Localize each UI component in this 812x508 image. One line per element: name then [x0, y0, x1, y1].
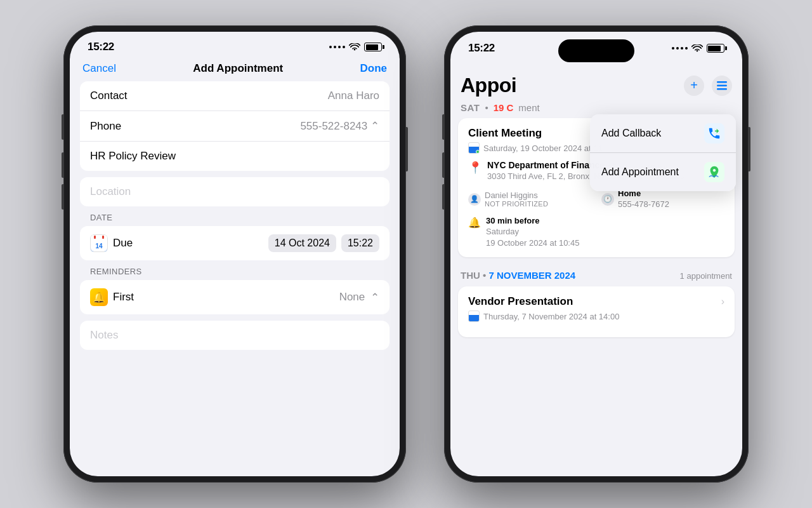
calendar-icon: 14	[90, 234, 108, 252]
date-pill[interactable]: 14 Oct 2024	[268, 234, 336, 252]
card1-title: Client Meeting	[468, 127, 542, 140]
card1-reminder-row: 🔔 30 min before Saturday 19 October 2024…	[468, 216, 724, 248]
svg-rect-0	[717, 81, 727, 83]
appointment-label-partial: ment	[518, 102, 539, 113]
battery-icon-right	[707, 44, 724, 53]
add-appointment-label: Add Appointment	[601, 166, 679, 178]
left-status-time: 15:22	[88, 41, 114, 53]
reminders-section-label: REMINDERS	[90, 267, 379, 276]
notes-section[interactable]: Notes	[80, 321, 390, 350]
contact-row[interactable]: Contact Anna Haro	[80, 81, 390, 111]
contact-section: Contact Anna Haro Phone 555-522-8243 ⌃ H…	[80, 81, 390, 171]
add-callback-label: Add Callback	[601, 128, 661, 139]
left-status-bar: 15:22	[70, 32, 400, 58]
right-screen: 15:22	[450, 32, 742, 476]
thu-label: THU	[461, 270, 480, 281]
contact-details: Daniel Higgins Not Prioritized	[485, 190, 548, 208]
phone-details: Home 555-478-7672	[618, 189, 669, 210]
notes-placeholder: Notes	[90, 329, 118, 341]
add-appointment-item[interactable]: Add Appointment	[590, 153, 736, 191]
signal-dots-icon	[329, 46, 345, 48]
appointments-header: Appointments +	[450, 69, 742, 100]
person-icon: 👤	[468, 193, 481, 206]
left-iphone: 15:22 Cance	[63, 25, 406, 483]
sat-dot: •	[485, 102, 488, 113]
card2-title-row: Vendor Presentation ›	[468, 295, 724, 308]
thu-date: 7 November 2024	[488, 270, 575, 281]
thu-date-label: THU • 7 November 2024	[461, 270, 575, 281]
due-label: Due	[113, 237, 263, 250]
card1-reminder-text: 30 min before Saturday 19 October 2024 a…	[486, 216, 579, 248]
contact-value: Anna Haro	[328, 90, 379, 102]
pin-icon: 📍	[468, 161, 482, 175]
first-label: First	[113, 291, 334, 304]
appointment-map-icon	[704, 162, 724, 182]
cancel-button[interactable]: Cancel	[82, 62, 116, 75]
list-button[interactable]	[712, 76, 732, 96]
right-status-icons	[672, 44, 724, 53]
thu-header: THU • 7 November 2024 1 appointment	[450, 264, 742, 286]
phone-row[interactable]: Phone 555-522-8243 ⌃	[80, 111, 390, 142]
card1-contact-row: 👤 Daniel Higgins Not Prioritized 🕐 Home …	[468, 189, 724, 210]
first-value: None ⌃	[339, 291, 379, 304]
card2-title: Vendor Presentation	[468, 295, 573, 308]
add-callback-item[interactable]: Add Callback	[590, 114, 736, 153]
wifi-icon-right	[691, 44, 703, 53]
date-section: 14 Due 14 Oct 2024 15:22	[80, 226, 390, 260]
vendor-presentation-card[interactable]: Vendor Presentation › Thursday, 7 Novemb…	[458, 286, 735, 337]
due-row[interactable]: 14 Due 14 Oct 2024 15:22	[80, 226, 390, 260]
location-field[interactable]: Location	[80, 177, 390, 206]
event-name[interactable]: HR Policy Review	[80, 142, 390, 171]
dynamic-island	[558, 39, 634, 62]
wifi-icon	[349, 43, 360, 51]
battery-icon	[364, 43, 382, 51]
list-icon	[717, 81, 727, 90]
first-reminder-row[interactable]: 🔔 First None ⌃	[80, 280, 390, 314]
sat-date: 19 C	[494, 102, 514, 113]
done-button[interactable]: Done	[360, 62, 388, 75]
nav-title: Add Appointment	[193, 62, 283, 75]
header-title-partial: Appointments	[461, 74, 593, 97]
calendar-mini-icon-2	[468, 311, 480, 322]
contact-label: Contact	[90, 90, 128, 102]
location-placeholder: Location	[90, 185, 131, 197]
left-status-icons	[329, 43, 382, 51]
card2-datetime-row: Thursday, 7 November 2024 at 14:00	[468, 311, 724, 322]
right-iphone: 15:22	[444, 25, 749, 483]
phone-item: 🕐 Home 555-478-7672	[601, 189, 724, 210]
time-pill[interactable]: 15:22	[341, 234, 379, 252]
phone-value: 555-522-8243 ⌃	[300, 119, 379, 133]
header-actions: +	[684, 76, 732, 96]
thu-count: 1 appointment	[680, 271, 732, 281]
contact-item: 👤 Daniel Higgins Not Prioritized	[468, 190, 591, 208]
dropdown-menu: Add Callback Add Appointment	[590, 114, 736, 191]
bell-icon: 🔔	[90, 288, 108, 306]
sat-label: SAT	[461, 102, 480, 113]
callback-icon	[704, 123, 724, 144]
signal-dots-icon-right	[672, 47, 688, 50]
right-status-time: 15:22	[468, 42, 495, 55]
svg-rect-1	[717, 84, 727, 86]
chevron-right-icon-2: ›	[721, 296, 724, 307]
date-section-label: DATE	[90, 213, 379, 222]
reminder-bell-icon: 🔔	[468, 217, 481, 229]
phone-label: Phone	[90, 120, 121, 133]
header-title: Appoi	[461, 74, 516, 97]
reminders-section: 🔔 First None ⌃	[80, 280, 390, 314]
calendar-mini-icon	[468, 142, 480, 154]
clock-icon: 🕐	[601, 193, 614, 206]
card2-datetime: Thursday, 7 November 2024 at 14:00	[483, 312, 619, 321]
svg-rect-2	[717, 88, 727, 90]
add-button[interactable]: +	[684, 76, 704, 96]
left-screen: 15:22 Cance	[70, 32, 400, 476]
nav-bar: Cancel Add Appointment Done	[70, 58, 400, 81]
